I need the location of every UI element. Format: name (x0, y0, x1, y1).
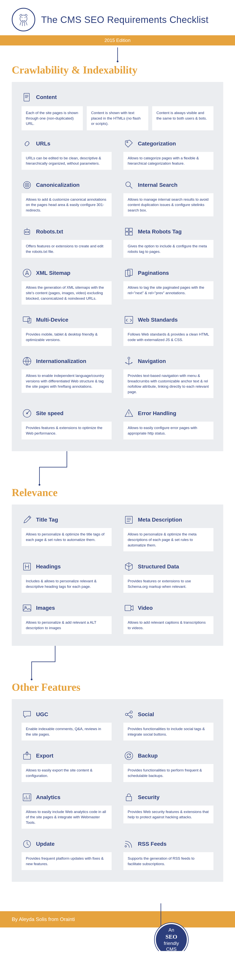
feature-title: Internal Search (138, 182, 178, 188)
block-content: Content Each of the site pages is shown … (22, 92, 213, 130)
feature-title: Images (36, 605, 55, 611)
feature-title: Navigation (138, 358, 166, 364)
error-handling-icon (123, 408, 134, 419)
feature-desc: Follows Web standards & provides a clean… (123, 328, 213, 346)
multi-device-icon (22, 314, 32, 325)
feature-title: Backup (138, 752, 158, 759)
feature-title: Video (138, 605, 153, 611)
feature-desc: Allows to categorize pages with a flexib… (123, 152, 213, 170)
feature-security: SecurityProvides Web security features &… (123, 792, 213, 829)
feature-desc: Allows to personalize & optimize the tit… (22, 528, 112, 546)
feature-desc: Provides frequent platform updates with … (22, 852, 112, 870)
meta-description-icon (123, 514, 134, 525)
feature-desc: Provides mobile, tablet & desktop friend… (22, 328, 112, 346)
feature-desc: Allows to tag the site paginated pages w… (123, 281, 213, 299)
badge-text: CMS (166, 946, 176, 951)
connector-line (117, 48, 118, 61)
content-cell: Each of the site pages is shown through … (22, 106, 83, 130)
navigation-icon (123, 356, 134, 367)
feature-desc: Gives the option to include & configure … (123, 240, 213, 258)
feature-robots-txt: Robots.txtOffers features or extensions … (22, 226, 112, 258)
feature-navigation: NavigationProvides text-based navigation… (123, 356, 213, 398)
images-icon (22, 603, 32, 614)
feature-desc: Allows to easily configure error pages w… (123, 422, 213, 439)
feature-analytics: AnalyticsAllows to easily include Web an… (22, 792, 112, 829)
rss-feeds-icon (123, 838, 134, 850)
feature-title: RSS Feeds (138, 841, 167, 847)
feature-web-standards: Web StandardsFollows Web standards & pro… (123, 314, 213, 346)
feature-update: UpdateProvides frequent platform updates… (22, 838, 112, 870)
feature-social: SocialProvides functionalities to includ… (123, 709, 213, 740)
connector (12, 451, 223, 485)
panel-other: UGCEnable indexable comments, Q&A, revie… (12, 699, 223, 882)
feature-rss-feeds: RSS FeedsSupports the generation of RSS … (123, 838, 213, 870)
feature-ugc: UGCEnable indexable comments, Q&A, revie… (22, 709, 112, 740)
feature-paginations: PaginationsAllows to tag the site pagina… (123, 267, 213, 305)
feature-desc: URLs can be edited to be clean, descript… (22, 152, 112, 170)
section-heading-other: Other Features (0, 679, 235, 699)
feature-title: Meta Description (138, 517, 182, 523)
security-icon (123, 792, 134, 803)
xml-sitemap-icon (22, 267, 32, 278)
feature-title: Robots.txt (36, 229, 63, 235)
internationalization-icon (22, 356, 32, 367)
web-standards-icon (123, 314, 134, 325)
footer: An SEO friendly CMS By Aleyda Solis from… (0, 911, 235, 928)
feature-title: Title Tag (36, 517, 58, 523)
feature-desc: Provides text-based navigation with menu… (123, 369, 213, 398)
feature-meta-description: Meta DescriptionAllows to personalize & … (123, 514, 213, 551)
grid-relevance: Title TagAllows to personalize & optimiz… (22, 514, 213, 634)
feature-desc: Provides functionalities to perform freq… (123, 764, 213, 782)
feature-desc: Allows to personalize & add relevant a A… (22, 616, 112, 634)
feature-desc: Provides Web security features & extensi… (123, 805, 213, 823)
badge-text: An (168, 927, 174, 933)
feature-title: Headings (36, 563, 61, 570)
title-tag-icon (22, 514, 32, 525)
feature-title: Paginations (138, 270, 169, 276)
block-title: Content (36, 94, 57, 100)
structured-data-icon (123, 561, 134, 572)
export-icon (22, 750, 32, 761)
feature-site-speed: Site speedProvides features & extensions… (22, 408, 112, 439)
feature-multi-device: Multi-DeviceProvides mobile, tablet & de… (22, 314, 112, 346)
feature-desc: Allows to easily include Web analytics c… (22, 805, 112, 829)
content-cell: Content is shown with text placed in the… (87, 106, 148, 130)
header: The CMS SEO Requirements Checklist (0, 0, 235, 35)
feature-title: Export (36, 752, 54, 759)
feature-xml-sitemap: XML SitemapAllows the generation of XML … (22, 267, 112, 305)
feature-desc: Provides features & extensions to optimi… (22, 422, 112, 439)
feature-desc: Allows to manage internal search results… (123, 193, 213, 216)
categorization-icon (123, 138, 134, 149)
feature-desc: Supports the generation of RSS feeds to … (123, 852, 213, 870)
feature-title: Meta Robots Tag (138, 229, 181, 235)
site-speed-icon (22, 408, 32, 419)
feature-categorization: CategorizationAllows to categorize pages… (123, 138, 213, 170)
feature-error-handling: Error HandlingAllows to easily configure… (123, 408, 213, 439)
feature-title: Web Standards (138, 317, 178, 323)
panel-relevance: Title TagAllows to personalize & optimiz… (12, 504, 223, 646)
feature-title: Categorization (138, 140, 176, 147)
feature-title: Social (138, 711, 154, 718)
feature-video: VideoAllows to add relevant captions & t… (123, 603, 213, 634)
social-icon (123, 709, 134, 720)
feature-desc: Allows to add relevant captions & transc… (123, 616, 213, 634)
feature-title: Structured Data (138, 563, 179, 570)
feature-title: Security (138, 794, 160, 800)
connector (12, 646, 223, 679)
feature-title: Analytics (36, 794, 60, 800)
grid-other: UGCEnable indexable comments, Q&A, revie… (22, 709, 213, 870)
feature-desc: Includes & allows to personalize relevan… (22, 575, 112, 593)
feature-internationalization: InternationalizationAllows to enable ind… (22, 356, 112, 398)
feature-internal-search: Internal SearchAllows to manage internal… (123, 180, 213, 216)
doc-icon (22, 92, 32, 103)
edition-bar: 2015 Edition (0, 35, 235, 46)
headings-icon (22, 561, 32, 572)
robots-txt-icon (22, 226, 32, 237)
feature-images: ImagesAllows to personalize & add releva… (22, 603, 112, 634)
feature-title: Multi-Device (36, 317, 68, 323)
panel-crawlability: Content Each of the site pages is shown … (12, 82, 223, 451)
canonicalization-icon (22, 180, 32, 191)
feature-desc: Offers features or extensions to create … (22, 240, 112, 258)
content-cell: Content is always visible and the same t… (152, 106, 213, 130)
logo-icon (12, 8, 35, 31)
